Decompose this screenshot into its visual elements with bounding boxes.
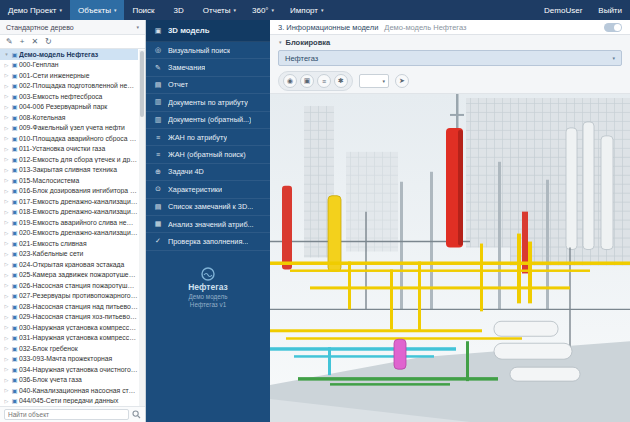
node-icon: ▣ xyxy=(10,198,19,205)
tools-menu-item[interactable]: ◎ Визуальный поиск xyxy=(146,42,270,59)
tree-item[interactable]: ▷ ▣ 015-Маслосистема xyxy=(0,175,138,186)
tree-item[interactable]: ▷ ▣ 023-Кабельные сети xyxy=(0,249,138,260)
tree-item[interactable]: ▷ ▣ 034-Наружная установка очистного уст… xyxy=(0,364,138,375)
tree-item[interactable]: ▷ ▣ 027-Резервуары противопожарного запа… xyxy=(0,291,138,302)
node-icon: ▣ xyxy=(10,397,19,404)
topbar: Демо Проект ▾ Объекты ▾ Поиск 3D Отчеты … xyxy=(0,0,630,20)
topbar-menu-item[interactable]: Объекты ▾ xyxy=(70,0,125,20)
tree-item[interactable]: ▷ ▣ 028-Насосная станция над питьевой во… xyxy=(0,301,138,312)
topbar-menu-item[interactable]: 3D xyxy=(166,0,195,20)
tools-menu-item[interactable]: ▥ Документы (обратный...) xyxy=(146,112,270,129)
expand-icon: ▷ xyxy=(3,240,10,246)
tree-item[interactable]: ▷ ▣ 010-Площадка аварийного сброса нефти xyxy=(0,133,138,144)
tree-root-item[interactable]: ▾ ▣ Демо-модель Нефтегаз xyxy=(0,49,138,60)
cursor-tool-button[interactable]: ➤ xyxy=(395,74,409,88)
tree-item[interactable]: ▷ ▣ 004-006 Резервуарный парк xyxy=(0,102,138,113)
tools-menu-item[interactable]: ⊙ Характеристики xyxy=(146,181,270,198)
topbar-menu: Демо Проект ▾ Объекты ▾ Поиск 3D Отчеты … xyxy=(0,0,332,20)
tree-item[interactable]: ▷ ▣ 024-Открытая крановая эстакада xyxy=(0,259,138,270)
tree-toolbar-button[interactable]: ✎ xyxy=(6,38,13,46)
tree-toolbar-button[interactable]: ✕ xyxy=(31,38,38,46)
user-menu[interactable]: DemoUser xyxy=(536,0,590,20)
tree-item[interactable]: ▷ ▣ 001-Сети инженерные xyxy=(0,70,138,81)
tools-menu-item[interactable]: ▤ Отчет xyxy=(146,77,270,94)
topbar-menu-item[interactable]: Поиск xyxy=(124,0,165,20)
pencil-icon: ✎ xyxy=(6,37,13,46)
tree-item[interactable]: ▷ ▣ 025-Камера задвижек пожаротушения xyxy=(0,270,138,281)
expand-icon: ▷ xyxy=(3,345,10,351)
viewport-tool-button[interactable]: ▣ xyxy=(300,74,314,88)
tree-item[interactable]: ▷ ▣ 011-Установка очистки газа xyxy=(0,144,138,155)
topbar-menu-item[interactable]: 360° ▾ xyxy=(244,0,282,20)
tree-item[interactable]: ▷ ▣ 008-Котельная xyxy=(0,112,138,123)
topbar-menu-item[interactable]: Демо Проект ▾ xyxy=(0,0,70,20)
expand-icon: ▷ xyxy=(3,104,10,110)
model-select-value: Нефтегаз xyxy=(285,54,318,63)
3d-viewport[interactable] xyxy=(270,93,630,422)
tree-item[interactable]: ▷ ▣ 031-Наружная установка компрессорной xyxy=(0,333,138,344)
tools-menu-item[interactable]: ▤ Список замечаний к 3D... xyxy=(146,199,270,216)
tools-menu-item[interactable]: ▦ Анализ значений атриб... xyxy=(146,216,270,233)
node-icon: ▣ xyxy=(10,366,19,373)
tree-toolbar-button[interactable]: + xyxy=(20,38,25,46)
view-toggle[interactable] xyxy=(604,23,622,32)
node-icon: ▣ xyxy=(10,145,19,152)
tools-menu-item[interactable]: ≡ ЖАН (обратный поиск) xyxy=(146,146,270,163)
expand-icon: ▷ xyxy=(3,377,10,383)
tree-item[interactable]: ▷ ▣ 044/045-Сети передачи данных xyxy=(0,396,138,407)
tree-item[interactable]: ▷ ▣ 012-Емкость для сбора утечек и дрена… xyxy=(0,154,138,165)
viewport-tool-button[interactable]: ≡ xyxy=(317,74,331,88)
search-input[interactable] xyxy=(4,409,129,420)
tools-menu-panel: ▣ 3D модель ◎ Визуальный поиск ✎ Замечан… xyxy=(146,20,270,422)
node-icon: ▣ xyxy=(10,156,19,163)
lock-section-header[interactable]: ▾ Блокировка xyxy=(270,35,630,49)
tree-toolbar-button[interactable]: ↻ xyxy=(45,38,52,46)
tree-preset-select[interactable]: Стандартное дерево ▾ xyxy=(0,20,145,35)
tree-item[interactable]: ▷ ▣ 017-Емкость дренажно-канализационная xyxy=(0,196,138,207)
expand-icon: ▷ xyxy=(3,314,10,320)
cube-icon: ▣ xyxy=(153,27,163,35)
logout-button[interactable]: Выйти xyxy=(590,0,630,20)
tree-item[interactable]: ▷ ▣ 018-Емкость дренажно-канализационная xyxy=(0,207,138,218)
tree-item[interactable]: ▷ ▣ 002-Площадка подготовленной нефти xyxy=(0,81,138,92)
tree-item[interactable]: ▷ ▣ 013-Закрытая сливная техника xyxy=(0,165,138,176)
topbar-menu-label: Поиск xyxy=(132,6,154,15)
tools-menu-item[interactable]: ▥ Документы по атрибуту xyxy=(146,94,270,111)
tree-item-label: 001-Сети инженерные xyxy=(19,72,138,79)
tree-item[interactable]: ▷ ▣ 026-Насосная станция пожаротушения xyxy=(0,280,138,291)
tree-item[interactable]: ▷ ▣ 019-Емкость аварийного слива нефти xyxy=(0,217,138,228)
expand-icon: ▷ xyxy=(3,282,10,288)
tree-item[interactable]: ▷ ▣ 020-Емкость дренажно-канализационная xyxy=(0,228,138,239)
topbar-right: DemoUser Выйти xyxy=(536,0,630,20)
tree-scrollbar-thumb[interactable] xyxy=(140,51,144,117)
node-icon: ▣ xyxy=(10,324,19,331)
tools-menu-item[interactable]: ✎ Замечания xyxy=(146,59,270,76)
tools-menu-item[interactable]: ✓ Проверка заполнения... xyxy=(146,233,270,250)
tools-menu-item[interactable]: ▣ 3D модель xyxy=(146,20,270,42)
tree-item[interactable]: ▷ ▣ 009-Факельный узел учета нефти xyxy=(0,123,138,134)
tree-item[interactable]: ▷ ▣ 040-Канализационная насосная станция xyxy=(0,385,138,396)
viewport-tool-button[interactable]: ◉ xyxy=(283,74,297,88)
tree-item[interactable]: ▷ ▣ 000-Генплан xyxy=(0,60,138,71)
tree-item-label: 025-Камера задвижек пожаротушения xyxy=(19,271,138,278)
tree-item[interactable]: ▷ ▣ 021-Емкость сливная xyxy=(0,238,138,249)
tree-item[interactable]: ▷ ▣ 030-Наружная установка компрессорной… xyxy=(0,322,138,333)
tools-menu-item[interactable]: ≡ ЖАН по атрибуту xyxy=(146,129,270,146)
tree-item[interactable]: ▷ ▣ 003-Емкость нефтесброса xyxy=(0,91,138,102)
tree-item[interactable]: ▷ ▣ 033-093-Мачта прожекторная xyxy=(0,354,138,365)
topbar-menu-item[interactable]: Отчеты ▾ xyxy=(195,0,244,20)
viewport-tool-dropdown[interactable]: ▾ xyxy=(359,74,389,88)
tree-item-label: 040-Канализационная насосная станция xyxy=(19,387,138,394)
tree-item[interactable]: ▷ ▣ 029-Насосная станция хоз-питьевого в… xyxy=(0,312,138,323)
tree-item[interactable]: ▷ ▣ 036-Блок учета газа xyxy=(0,375,138,386)
viewport-tool-button[interactable]: ✱ xyxy=(334,74,348,88)
tree-item-label: 027-Резервуары противопожарного запаса xyxy=(19,292,138,299)
tree-item[interactable]: ▷ ▣ 032-Блок гребенок xyxy=(0,343,138,354)
tree-scrollbar[interactable] xyxy=(139,50,145,406)
tools-menu-item[interactable]: ⊕ Задачи 4D xyxy=(146,164,270,181)
search-icon xyxy=(132,410,141,419)
topbar-menu-item[interactable]: Импорт ▾ xyxy=(282,0,331,20)
tree-item[interactable]: ▷ ▣ 016-Блок дозирования ингибитора корр… xyxy=(0,186,138,197)
model-select[interactable]: Нефтегаз ▾ xyxy=(278,50,622,66)
expand-icon: ▷ xyxy=(3,62,10,68)
